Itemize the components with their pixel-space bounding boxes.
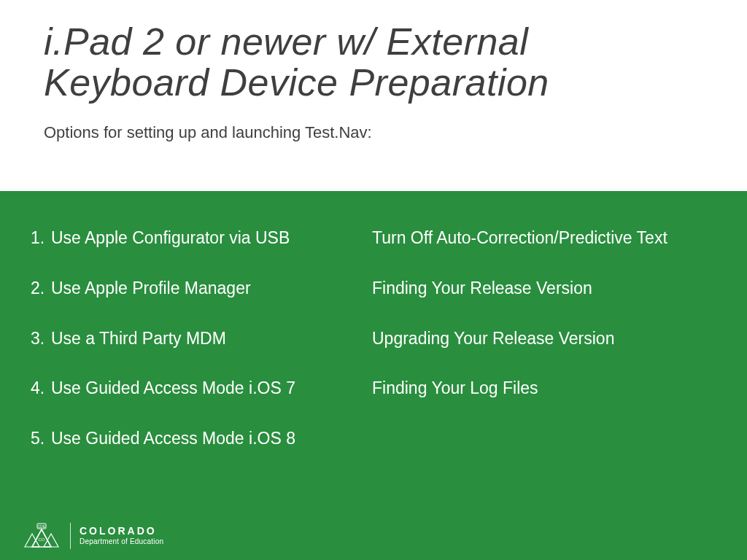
logo-state: COLORADO xyxy=(80,526,163,537)
list-item-right: Upgrading Your Release Version xyxy=(372,328,718,349)
slide-subtitle: Options for setting up and launching Tes… xyxy=(44,123,703,142)
svg-marker-2 xyxy=(44,534,58,547)
list-item-left: 3.Use a Third Party MDM xyxy=(51,328,372,349)
list-item-right: Finding Your Log Files xyxy=(372,378,718,399)
list-number: 5. xyxy=(31,428,51,449)
cde-badge-icon: CDE CO xyxy=(22,522,61,550)
list-text: Use Apple Profile Manager xyxy=(51,279,251,298)
list-number: 2. xyxy=(31,278,51,299)
footer-logo: CDE CO COLORADO Department of Education xyxy=(22,522,163,550)
logo-text: COLORADO Department of Education xyxy=(80,526,163,545)
list-row: 2.Use Apple Profile Manager Finding Your… xyxy=(51,278,718,299)
list-item-left: 5.Use Guided Access Mode i.OS 8 xyxy=(51,428,372,449)
list-number: 3. xyxy=(31,328,51,349)
list-row: 5.Use Guided Access Mode i.OS 8 xyxy=(51,428,718,449)
list-item-right xyxy=(372,428,718,449)
content-panel: 1.Use Apple Configurator via USB Turn Of… xyxy=(0,191,747,560)
list-number: 4. xyxy=(31,378,51,399)
slide: i.Pad 2 or newer w/ External Keyboard De… xyxy=(0,0,747,560)
list-row: 1.Use Apple Configurator via USB Turn Of… xyxy=(51,228,718,249)
list-text: Use a Third Party MDM xyxy=(51,329,226,348)
list-text: Use Guided Access Mode i.OS 7 xyxy=(51,378,295,397)
list-item-left: 4.Use Guided Access Mode i.OS 7 xyxy=(51,378,372,399)
cde-badge-label: CDE xyxy=(38,524,46,529)
logo-dept: Department of Education xyxy=(80,538,163,546)
list-item-left: 1.Use Apple Configurator via USB xyxy=(51,228,372,249)
header-area: i.Pad 2 or newer w/ External Keyboard De… xyxy=(0,0,747,149)
list-number: 1. xyxy=(31,228,51,249)
svg-marker-1 xyxy=(25,534,39,547)
logo-divider xyxy=(70,523,71,549)
list-text: Use Guided Access Mode i.OS 8 xyxy=(51,429,295,448)
list-item-right: Turn Off Auto-Correction/Predictive Text xyxy=(372,228,718,249)
list-text: Use Apple Configurator via USB xyxy=(51,228,290,247)
list-row: 4.Use Guided Access Mode i.OS 7 Finding … xyxy=(51,378,718,399)
slide-title: i.Pad 2 or newer w/ External Keyboard De… xyxy=(44,22,703,103)
list-row: 3.Use a Third Party MDM Upgrading Your R… xyxy=(51,328,718,349)
svg-text:CO: CO xyxy=(39,537,45,542)
content-grid: 1.Use Apple Configurator via USB Turn Of… xyxy=(0,191,747,449)
list-item-right: Finding Your Release Version xyxy=(372,278,718,299)
list-item-left: 2.Use Apple Profile Manager xyxy=(51,278,372,299)
